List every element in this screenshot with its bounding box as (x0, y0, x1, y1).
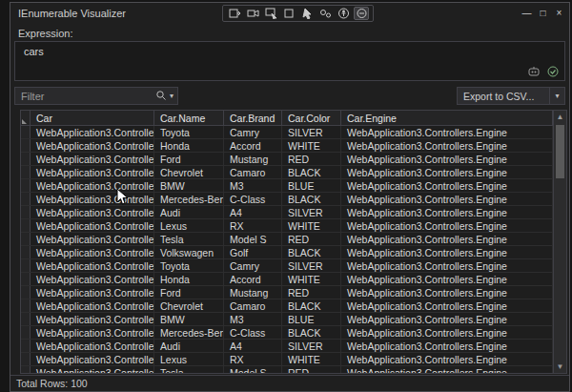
table-row[interactable]: WebApplication3.Controllers.CarTeslaMode… (21, 366, 553, 373)
table-row[interactable]: WebApplication3.Controllers.CarHondaAcco… (21, 273, 553, 286)
cell-engine: WebApplication3.Controllers.Engine (341, 219, 553, 232)
cell-brand: Camry (224, 126, 282, 138)
cell-brand: A4 (224, 340, 282, 352)
cell-color: SILVER (282, 206, 341, 218)
table-row[interactable]: WebApplication3.Controllers.CarBMWM3BLUE… (21, 179, 553, 193)
cell-name: Chevrolet (154, 299, 224, 312)
row-header-cell[interactable] (21, 153, 31, 165)
cell-car: WebApplication3.Controllers.Car (31, 153, 154, 165)
square-icon[interactable] (281, 7, 296, 20)
vertical-scrollbar[interactable]: ▲ ▼ (553, 111, 566, 373)
row-header-cell[interactable] (21, 193, 31, 205)
table-row[interactable]: WebApplication3.Controllers.CarFordMusta… (21, 286, 553, 299)
scroll-down-icon[interactable]: ▼ (557, 361, 564, 373)
filter-input[interactable]: Filter ▾ (14, 87, 178, 105)
cell-brand: A4 (224, 206, 282, 218)
row-header-cell[interactable] (21, 340, 31, 352)
cell-brand: Accord (224, 273, 282, 285)
cell-color: WHITE (282, 353, 341, 365)
table-row[interactable]: WebApplication3.Controllers.CarHondaAcco… (21, 139, 553, 153)
table-row[interactable]: WebApplication3.Controllers.CarToyotaCam… (21, 259, 553, 273)
close-button[interactable]: × (551, 3, 567, 23)
table-row[interactable]: WebApplication3.Controllers.CarBMWM3BLUE… (21, 313, 553, 326)
expression-input[interactable]: cars (14, 41, 565, 81)
copilot-icon[interactable] (527, 66, 541, 77)
table-row[interactable]: WebApplication3.Controllers.CarToyotaCam… (21, 126, 553, 139)
total-rows-label: Total Rows: 100 (10, 378, 88, 389)
row-header-cell[interactable] (21, 179, 31, 192)
corner-header-cell[interactable] (21, 111, 31, 125)
scrollbar-track[interactable] (554, 123, 566, 361)
cell-color: RED (282, 366, 341, 373)
cell-brand: M3 (224, 179, 282, 192)
cell-brand: Camaro (224, 166, 282, 178)
visualizer-window: IEnumerable Visualizer (10, 2, 570, 392)
row-header-cell[interactable] (21, 206, 31, 218)
table-row[interactable]: WebApplication3.Controllers.CarChevrolet… (21, 166, 553, 179)
row-header-cell[interactable] (21, 299, 31, 312)
export-csv-button[interactable]: Export to CSV... ▾ (457, 87, 565, 105)
column-header-car-color[interactable]: Car.Color (282, 111, 341, 125)
row-header-cell[interactable] (21, 166, 31, 178)
cell-color: RED (282, 286, 341, 299)
row-header-cell[interactable] (21, 233, 31, 245)
table-row[interactable]: WebApplication3.Controllers.CarTeslaMode… (21, 233, 553, 246)
minimize-button[interactable]: — (519, 3, 535, 23)
row-header-cell[interactable] (21, 259, 31, 272)
debug-toolbar (222, 5, 374, 22)
table-row[interactable]: WebApplication3.Controllers.CarMercedes-… (21, 326, 553, 340)
gears-icon[interactable] (317, 7, 333, 20)
scrollbar-thumb[interactable] (556, 125, 564, 178)
export-data-icon[interactable] (227, 7, 242, 20)
accessibility-icon[interactable] (336, 7, 351, 20)
blocked-icon[interactable] (354, 7, 369, 20)
row-header-cell[interactable] (21, 353, 31, 365)
cell-engine: WebApplication3.Controllers.Engine (341, 286, 553, 299)
table-row[interactable]: WebApplication3.Controllers.CarChevrolet… (21, 299, 553, 313)
column-header-car-engine[interactable]: Car.Engine (341, 111, 553, 125)
cell-name: Ford (154, 153, 224, 165)
grid-header-row: Car Car.Name Car.Brand Car.Color Car.Eng… (21, 111, 553, 126)
cell-brand: RX (224, 353, 282, 365)
search-icon[interactable] (155, 88, 167, 105)
cell-color: RED (282, 233, 341, 245)
row-header-cell[interactable] (21, 139, 31, 152)
cell-car: WebApplication3.Controllers.Car (31, 179, 154, 192)
data-grid: Car Car.Name Car.Brand Car.Color Car.Eng… (20, 110, 567, 374)
row-header-cell[interactable] (21, 273, 31, 285)
table-row[interactable]: WebApplication3.Controllers.CarLexusRXWH… (21, 219, 553, 233)
cursor-icon[interactable] (299, 7, 315, 20)
scroll-up-icon[interactable]: ▲ (557, 111, 564, 123)
filter-placeholder: Filter (15, 91, 155, 102)
export-dropdown-icon[interactable]: ▾ (549, 88, 564, 104)
filter-dropdown-icon[interactable]: ▾ (170, 92, 174, 100)
row-header-cell[interactable] (21, 313, 31, 325)
table-row[interactable]: WebApplication3.Controllers.CarMercedes-… (21, 193, 553, 206)
cell-name: Toyota (154, 259, 224, 272)
row-header-cell[interactable] (21, 219, 31, 232)
select-window-icon[interactable] (263, 7, 278, 20)
camera-icon[interactable] (245, 7, 260, 20)
cell-car: WebApplication3.Controllers.Car (31, 353, 154, 365)
cell-brand: C-Class (224, 193, 282, 205)
cell-car: WebApplication3.Controllers.Car (31, 206, 154, 218)
table-row[interactable]: WebApplication3.Controllers.CarAudiA4SIL… (21, 340, 553, 353)
column-header-car-brand[interactable]: Car.Brand (224, 111, 282, 125)
column-header-car[interactable]: Car (31, 111, 154, 125)
row-header-cell[interactable] (21, 366, 31, 373)
row-header-cell[interactable] (21, 326, 31, 339)
maximize-button[interactable]: □ (535, 3, 551, 23)
cell-color: SILVER (282, 340, 341, 352)
table-row[interactable]: WebApplication3.Controllers.CarVolkswage… (21, 246, 553, 259)
title-bar: IEnumerable Visualizer (10, 3, 569, 23)
cell-name: BMW (154, 313, 224, 325)
column-header-car-name[interactable]: Car.Name (154, 111, 224, 125)
row-header-cell[interactable] (21, 286, 31, 299)
table-row[interactable]: WebApplication3.Controllers.CarFordMusta… (21, 153, 553, 166)
row-header-cell[interactable] (21, 246, 31, 258)
cell-engine: WebApplication3.Controllers.Engine (341, 313, 553, 325)
cell-color: BLACK (282, 166, 341, 178)
table-row[interactable]: WebApplication3.Controllers.CarLexusRXWH… (21, 353, 553, 366)
table-row[interactable]: WebApplication3.Controllers.CarAudiA4SIL… (21, 206, 553, 219)
row-header-cell[interactable] (21, 126, 31, 138)
